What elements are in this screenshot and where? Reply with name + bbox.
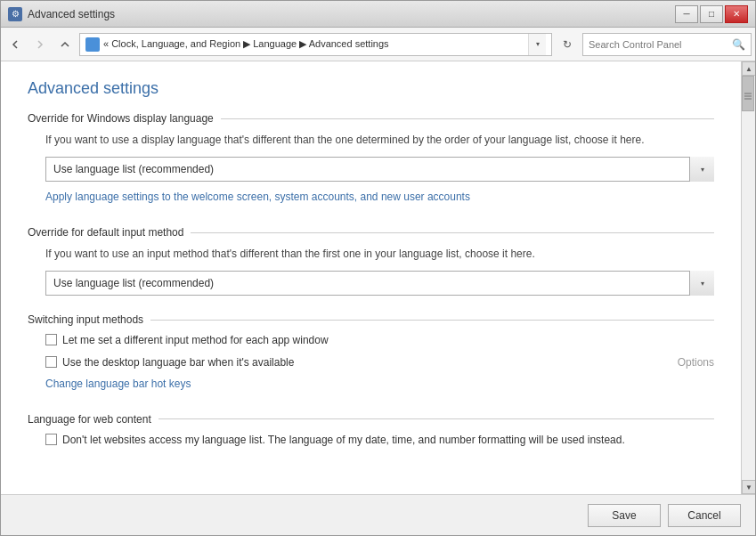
cancel-button[interactable]: Cancel [668,504,741,527]
scroll-thumb[interactable] [742,76,754,111]
checkbox-language-bar-label: Use the desktop language bar when it's a… [62,355,294,370]
title-bar-left: ⚙ Advanced settings [8,7,115,21]
section-input-method-body: If you want to use an input method that'… [28,246,714,296]
change-hotkeys-link[interactable]: Change language bar hot keys [45,378,191,390]
window-icon: ⚙ [8,7,22,21]
refresh-button[interactable]: ↻ [556,33,579,56]
title-bar-buttons: ─ □ ✕ [675,5,748,23]
footer: Save Cancel [1,494,755,535]
display-language-select[interactable]: Use language list (recommended) [45,157,714,182]
content-area: Advanced settings Override for Windows d… [1,61,755,494]
up-button[interactable] [54,34,76,55]
minimize-button[interactable]: ─ [675,5,698,23]
checkbox-row-1: Let me set a different input method for … [45,333,714,348]
input-method-select-wrapper: Use language list (recommended) ▾ [45,271,714,296]
checkbox-row-2: Use the desktop language bar when it's a… [45,355,714,370]
section-web-content-body: Don't let websites access my language li… [28,433,714,448]
section-display-language: Override for Windows display language If… [28,112,714,208]
scrollbar: ▲ ▼ [741,61,755,494]
display-language-description: If you want to use a display language th… [45,132,714,148]
window-title: Advanced settings [28,8,115,20]
scroll-down-button[interactable]: ▼ [742,480,755,494]
options-link: Options [678,356,714,369]
checkbox-web-content-label: Don't let websites access my language li… [62,433,625,448]
section-display-language-title: Override for Windows display language [28,112,214,125]
section-line [221,118,714,119]
address-dropdown-btn[interactable]: ▾ [528,34,546,55]
apply-language-settings-link[interactable]: Apply language settings to the welcome s… [45,191,470,203]
checkbox-web-content[interactable] [45,434,57,445]
main-window: ⚙ Advanced settings ─ □ ✕ « Clock, Langu… [0,0,756,536]
section-web-content-header: Language for web content [28,413,714,426]
section-web-content: Language for web content Don't let websi… [28,413,714,448]
section-switching-header: Switching input methods [28,313,714,326]
address-icon [85,37,100,52]
title-bar: ⚙ Advanced settings ─ □ ✕ [1,1,755,28]
scroll-track[interactable] [742,76,755,480]
section-switching: Switching input methods Let me set a dif… [28,313,714,395]
section-web-content-title: Language for web content [28,413,151,426]
forward-button[interactable] [29,34,51,55]
input-method-select[interactable]: Use language list (recommended) [45,271,714,296]
search-icon[interactable]: 🔍 [732,38,745,51]
section-display-language-body: If you want to use a display language th… [28,132,714,208]
nav-bar: « Clock, Language, and Region ▶ Language… [1,28,755,61]
checkbox-row-web: Don't let websites access my language li… [45,433,714,448]
search-box: 🔍 [582,33,752,56]
section-input-method-header: Override for default input method [28,226,714,239]
save-button[interactable]: Save [588,504,661,527]
section-line-3 [150,320,714,321]
section-switching-title: Switching input methods [28,313,143,326]
scroll-grip [744,93,752,94]
address-bar: « Clock, Language, and Region ▶ Language… [79,33,552,56]
section-input-method: Override for default input method If you… [28,226,714,296]
section-input-method-title: Override for default input method [28,226,183,239]
search-input[interactable] [589,39,728,50]
section-display-language-header: Override for Windows display language [28,112,714,125]
scroll-up-button[interactable]: ▲ [742,61,755,76]
checkbox-language-bar[interactable] [45,356,57,368]
checkbox-different-input[interactable] [45,334,57,345]
back-button[interactable] [4,34,26,55]
input-method-description: If you want to use an input method that'… [45,246,714,262]
checkbox-different-input-label: Let me set a different input method for … [62,333,329,348]
breadcrumb-text: « Clock, Language, and Region ▶ Language… [103,38,524,50]
section-line-2 [191,232,714,233]
close-button[interactable]: ✕ [725,5,748,23]
section-switching-body: Let me set a different input method for … [28,333,714,395]
section-line-4 [159,418,714,419]
maximize-button[interactable]: □ [700,5,723,23]
main-content: Advanced settings Override for Windows d… [1,61,741,494]
display-language-select-wrapper: Use language list (recommended) ▾ [45,157,714,182]
page-title: Advanced settings [28,79,714,98]
